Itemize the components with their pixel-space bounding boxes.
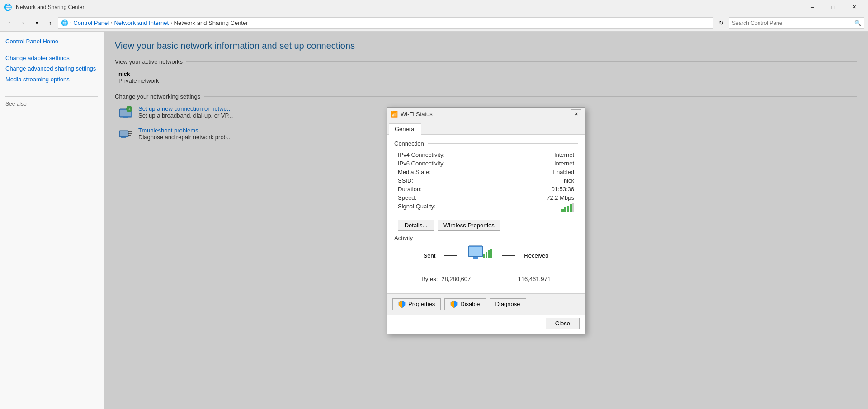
sidebar-section-nav: Control Panel Home Change adapter settin… [0, 37, 104, 93]
sent-label: Sent [424, 252, 436, 259]
disable-button[interactable]: Disable [444, 298, 486, 310]
network-computer-icon [466, 245, 493, 267]
breadcrumb-control-panel[interactable]: Control Panel [73, 19, 109, 26]
up-button[interactable]: ↑ [44, 17, 56, 29]
sidebar-divider [5, 50, 98, 50]
activity-section-header: Activity [394, 235, 578, 241]
svg-rect-18 [473, 257, 478, 259]
sidebar-divider-2 [5, 96, 98, 97]
activity-line [416, 238, 578, 238]
activity-visual: Sent [394, 245, 578, 282]
dialog-overlay: 📶 Wi-Fi Status ✕ General C [104, 32, 868, 409]
svg-rect-15 [572, 203, 574, 212]
shield-icon-properties [398, 301, 406, 308]
diagnose-button[interactable]: Diagnose [490, 298, 526, 310]
signal-quality-bars [561, 203, 574, 212]
back-button[interactable]: ‹ [4, 17, 15, 29]
activity-section: Activity Sent [394, 235, 578, 282]
svg-rect-22 [488, 250, 490, 258]
conn-row-speed: Speed: 72.2 Mbps [394, 193, 578, 202]
received-label: Received [524, 252, 548, 259]
dialog-body: Connection IPv4 Connectivity: Internet I… [387, 135, 585, 293]
dialog-wifi-icon: 📶 [391, 111, 398, 118]
titlebar-title: Network and Sharing Center [16, 4, 84, 10]
details-button[interactable]: Details... [398, 220, 434, 231]
svg-rect-12 [564, 207, 566, 212]
connection-section-header: Connection [394, 140, 578, 147]
sidebar-item-change-adapter[interactable]: Change adapter settings [5, 54, 98, 63]
maximize-button[interactable]: □ [823, 0, 844, 14]
recent-locations-button[interactable]: ▾ [31, 17, 42, 29]
refresh-button[interactable]: ↻ [715, 17, 727, 29]
svg-rect-17 [469, 247, 482, 256]
dialog-title-label: Wi-Fi Status [401, 111, 433, 118]
dialog-close-x-button[interactable]: ✕ [571, 109, 581, 118]
tab-general[interactable]: General [389, 123, 421, 135]
sidebar-item-media-streaming[interactable]: Media streaming options [5, 75, 98, 84]
conn-row-signal: Signal Quality: [394, 202, 578, 214]
svg-rect-23 [490, 249, 492, 258]
minimize-button[interactable]: ─ [802, 0, 823, 14]
app-icon: 🌐 [4, 3, 12, 11]
properties-button[interactable]: Properties [392, 298, 441, 310]
breadcrumb-icon: 🌐 [61, 19, 68, 26]
sidebar-see-also: See also [0, 96, 104, 114]
search-input[interactable] [732, 20, 854, 26]
sidebar-item-change-advanced-sharing[interactable]: Change advanced sharing settings [5, 64, 98, 73]
svg-rect-14 [570, 204, 572, 212]
svg-rect-20 [483, 254, 485, 258]
dialog-title-text: 📶 Wi-Fi Status [391, 111, 433, 118]
bytes-received-value: 116,461,971 [518, 276, 551, 282]
see-also-label: See also [5, 101, 27, 107]
wireless-properties-button[interactable]: Wireless Properties [438, 220, 500, 231]
conn-row-ipv6: IPv6 Connectivity: Internet [394, 159, 578, 168]
svg-rect-11 [561, 209, 564, 212]
conn-row-media-state: Media State: Enabled [394, 168, 578, 176]
bytes-label: Bytes: [421, 276, 438, 282]
shield-icon-disable [450, 301, 458, 308]
close-button-wrap: Close [387, 315, 585, 334]
svg-rect-13 [567, 206, 569, 212]
sidebar-item-control-panel-home[interactable]: Control Panel Home [5, 37, 98, 46]
search-box: 🔍 [729, 17, 864, 29]
forward-button[interactable]: › [17, 17, 29, 29]
bytes-row: Bytes: 28,280,607 116,461,971 [394, 276, 578, 282]
addressbar: ‹ › ▾ ↑ 🌐 › Control Panel › Network and … [0, 14, 868, 32]
connection-section: Connection IPv4 Connectivity: Internet I… [394, 140, 578, 214]
svg-rect-19 [472, 259, 480, 259]
activity-label: Activity [394, 235, 413, 241]
close-window-button[interactable]: ✕ [844, 0, 864, 14]
titlebar-left: 🌐 Network and Sharing Center [4, 3, 84, 11]
conn-row-ipv4: IPv4 Connectivity: Internet [394, 150, 578, 159]
close-dialog-button[interactable]: Close [546, 318, 580, 329]
connection-label: Connection [394, 140, 424, 147]
dialog-tabs: General [387, 121, 585, 135]
breadcrumb: 🌐 › Control Panel › Network and Internet… [58, 17, 713, 29]
connection-buttons-row: Details... Wireless Properties [394, 220, 578, 231]
conn-row-duration: Duration: 01:53:36 [394, 185, 578, 193]
dialog-titlebar: 📶 Wi-Fi Status ✕ [387, 108, 585, 121]
dialog-footer: Properties Disable Diagnose [387, 293, 585, 315]
main-layout: Control Panel Home Change adapter settin… [0, 32, 868, 409]
breadcrumb-network-internet[interactable]: Network and Internet [114, 19, 169, 26]
signal-bars-icon [561, 207, 574, 213]
content-area: View your basic network information and … [104, 32, 868, 409]
sidebar: Control Panel Home Change adapter settin… [0, 32, 104, 409]
titlebar-buttons: ─ □ ✕ [802, 0, 864, 14]
search-icon: 🔍 [854, 20, 861, 26]
conn-row-ssid: SSID: nick [394, 176, 578, 185]
bytes-sent-value: 28,280,607 [441, 276, 471, 282]
wifi-status-dialog: 📶 Wi-Fi Status ✕ General C [387, 107, 585, 334]
svg-rect-21 [486, 252, 487, 258]
connection-line [428, 143, 578, 144]
titlebar: 🌐 Network and Sharing Center ─ □ ✕ [0, 0, 868, 14]
breadcrumb-current: Network and Sharing Center [174, 19, 248, 26]
